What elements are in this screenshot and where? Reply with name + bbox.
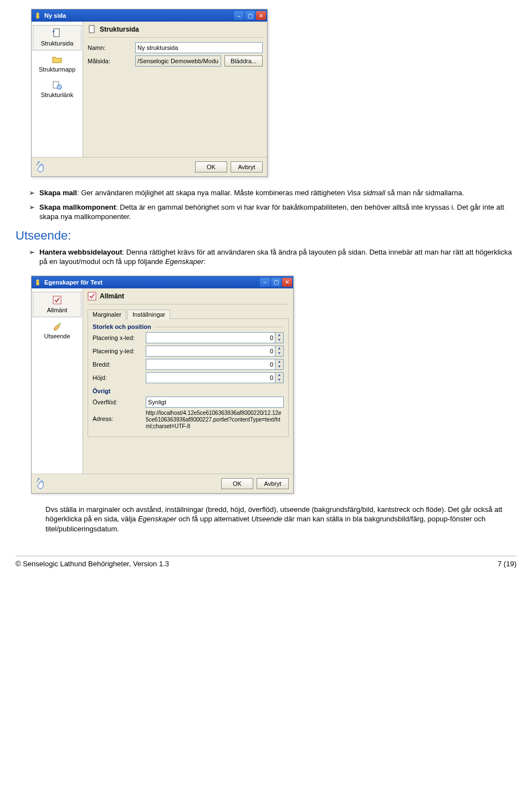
svg-point-4 (57, 85, 62, 89)
hand-icon (36, 478, 48, 490)
svg-point-6 (36, 279, 39, 282)
address-value: http://localhost/4.12e5ce6106363936af800… (146, 410, 284, 430)
group-ovrigt: Övrigt (93, 388, 284, 394)
cancel-button[interactable]: Avbryt (257, 478, 289, 489)
tab-marginaler[interactable]: Marginaler (88, 309, 126, 319)
sidebar-item-label: Utseende (44, 333, 70, 339)
sidebar-item-strukturlank[interactable]: Strukturlänk (32, 77, 83, 103)
sidebar-item-allmant[interactable]: Allmänt (33, 292, 81, 317)
dialog-footer: OK Avbryt (32, 474, 293, 493)
cancel-button[interactable]: Avbryt (231, 161, 263, 172)
post-paragraph: Dvs ställa in marginaler och avstånd, in… (16, 505, 516, 534)
settings-group: Storlek och position Placering x-led: ▲▼… (88, 318, 289, 437)
spinner[interactable]: ▲▼ (275, 372, 284, 383)
bullet-skapa-mall: ➢ Skapa mall: Ger användaren möjlighet a… (29, 188, 516, 198)
checkbox-icon (88, 292, 96, 301)
sidebar-item-label: Allmänt (47, 307, 68, 313)
target-row: Målsida: Bläddra... (88, 55, 263, 67)
placering-x-label: Placering x-led: (93, 334, 146, 341)
section-utseende: Utseende: (16, 229, 516, 243)
maximize-button[interactable]: ▢ (245, 11, 255, 20)
placering-y-label: Placering y-led: (93, 348, 146, 354)
target-input[interactable] (135, 55, 221, 67)
bredd-input[interactable] (146, 359, 275, 370)
sidebar-item-utseende[interactable]: Utseende (32, 318, 83, 344)
bullet-marker: ➢ (29, 202, 35, 222)
overflow-select[interactable] (146, 397, 284, 408)
svg-rect-2 (54, 29, 59, 37)
placering-y-input[interactable] (146, 346, 275, 357)
svg-rect-5 (89, 26, 94, 33)
name-label: Namn: (88, 44, 135, 51)
doc-body: ➢ Skapa mall: Ger användaren möjlighet a… (16, 188, 516, 267)
new-page-dialog: Ny sida – ▢ ✕ Struktursida Strukturmapp (31, 9, 268, 177)
close-button[interactable]: ✕ (256, 11, 266, 20)
minimize-button[interactable]: – (260, 278, 270, 287)
sidebar-item-strukturmapp[interactable]: Strukturmapp (32, 52, 83, 77)
maximize-button[interactable]: ▢ (271, 278, 281, 287)
titlebar: Ny sida – ▢ ✕ (32, 9, 267, 22)
panel-title: Struktursida (100, 26, 139, 33)
bullet-skapa-mallkomponent: ➢ Skapa mallkomponent: Detta är en gamma… (29, 202, 516, 222)
dialog-footer: OK Avbryt (32, 157, 267, 176)
panel-title: Allmänt (100, 292, 124, 300)
ok-button[interactable]: OK (195, 161, 227, 172)
sidebar-item-label: Strukturmapp (39, 66, 75, 73)
panel-header: Allmänt (88, 291, 289, 303)
name-input[interactable] (135, 42, 263, 53)
page-icon (88, 25, 96, 34)
hojd-label: Höjd: (93, 374, 146, 381)
sidebar-item-struktursida[interactable]: Struktursida (33, 25, 81, 50)
bredd-label: Bredd: (93, 361, 146, 368)
brush-icon (52, 321, 63, 332)
footer-right: 7 (19) (498, 560, 516, 568)
page-icon (52, 28, 63, 39)
titlebar: Egenskaper för Text – ▢ ✕ (32, 276, 293, 288)
dialog-title: Ny sida (44, 12, 233, 19)
bullet-marker: ➢ (29, 247, 35, 267)
hand-icon (36, 161, 48, 173)
sidebar: Struktursida Strukturmapp Strukturlänk (32, 22, 83, 157)
footer-left: © Senselogic Lathund Behörigheter, Versi… (16, 560, 169, 568)
name-row: Namn: (88, 42, 263, 53)
checkbox-icon (52, 295, 63, 306)
properties-dialog: Egenskaper för Text – ▢ ✕ Allmänt Utseen… (31, 276, 294, 494)
sidebar-item-label: Struktursida (41, 40, 74, 47)
browse-button[interactable]: Bläddra... (224, 55, 263, 67)
bullet-hantera-webbsidelayout: ➢ Hantera webbsidelayout: Denna rättighe… (29, 247, 516, 267)
address-label: Adress: (93, 410, 146, 422)
sidebar: Allmänt Utseende (32, 288, 83, 474)
overflow-label: Överflöd: (93, 399, 146, 405)
spinner[interactable]: ▲▼ (275, 332, 284, 343)
tab-installningar[interactable]: Inställningar (127, 309, 170, 319)
dialog-title: Egenskaper för Text (44, 279, 259, 286)
svg-point-9 (59, 323, 61, 325)
bullet-marker: ➢ (29, 188, 35, 198)
ok-button[interactable]: OK (221, 478, 253, 489)
folder-icon (52, 54, 63, 65)
tabs: Marginaler Inställningar (88, 309, 289, 319)
link-icon (52, 79, 63, 90)
page-footer: © Senselogic Lathund Behörigheter, Versi… (16, 556, 516, 568)
svg-rect-1 (36, 16, 39, 18)
minimize-button[interactable]: – (234, 11, 244, 20)
app-icon (34, 278, 42, 286)
group-size-position: Storlek och position (93, 323, 284, 330)
spinner[interactable]: ▲▼ (275, 346, 284, 357)
svg-point-0 (36, 13, 39, 16)
app-icon (34, 12, 42, 19)
panel-header: Struktursida (88, 24, 263, 36)
hojd-input[interactable] (146, 372, 275, 383)
spinner[interactable]: ▲▼ (275, 359, 284, 370)
sidebar-item-label: Strukturlänk (41, 92, 74, 98)
close-button[interactable]: ✕ (282, 278, 292, 287)
placering-x-input[interactable] (146, 332, 275, 343)
svg-rect-7 (36, 282, 39, 285)
target-label: Målsida: (88, 58, 135, 64)
